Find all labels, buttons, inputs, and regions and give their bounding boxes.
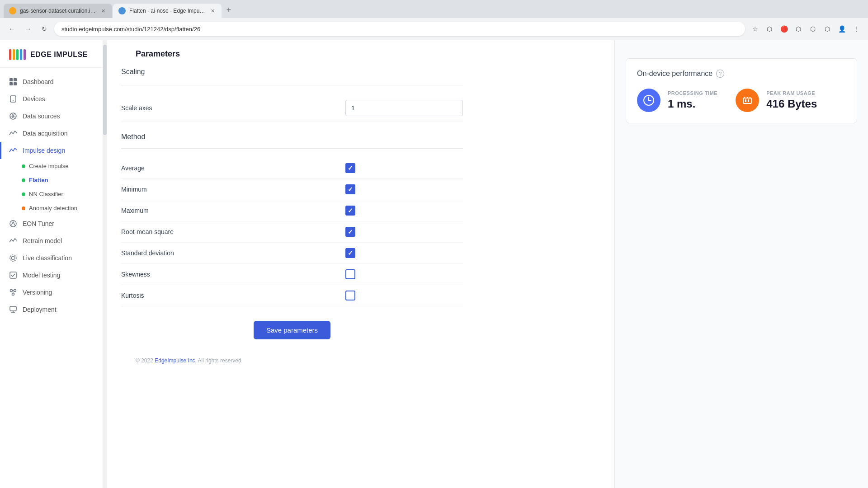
sidebar-item-retrain-model[interactable]: Retrain model xyxy=(0,232,103,249)
scaling-divider xyxy=(121,85,463,85)
method-divider xyxy=(121,148,463,149)
processing-time-info: PROCESSING TIME 1 ms. xyxy=(668,90,717,110)
tab-1[interactable]: gas-sensor-dataset-curation.ipy... ✕ xyxy=(4,4,112,18)
sidebar-item-devices[interactable]: Devices xyxy=(0,90,103,108)
skewness-checkbox-wrapper xyxy=(345,269,463,279)
sidebar-item-data-sources-label: Data sources xyxy=(23,113,60,120)
average-checkbox[interactable]: ✓ xyxy=(345,163,355,173)
sidebar-item-nn-classifier[interactable]: NN Classifier xyxy=(22,187,103,201)
logo-stripes xyxy=(9,49,26,60)
refresh-button[interactable]: ↻ xyxy=(38,23,51,35)
sidebar-sub-nav: Create impulse Flatten NN Classifier Ano… xyxy=(0,159,103,215)
extension-icon-2[interactable]: 🔴 xyxy=(778,23,790,35)
minimum-checkbox-wrapper: ✓ xyxy=(345,184,463,194)
stddev-checkbox-wrapper: ✓ xyxy=(345,248,463,258)
new-tab-button[interactable]: + xyxy=(222,4,235,16)
kurtosis-checkbox-wrapper xyxy=(345,291,463,300)
minimum-checkbox[interactable]: ✓ xyxy=(345,184,355,194)
forward-button[interactable]: → xyxy=(22,23,34,35)
main-content: Parameters Scaling Scale axes Method xyxy=(107,40,868,488)
rms-label: Root-mean square xyxy=(121,228,345,235)
kurtosis-checkbox[interactable] xyxy=(345,291,355,300)
checkbox-row-average: Average ✓ xyxy=(121,158,463,179)
extension-icon-4[interactable]: ⬡ xyxy=(807,23,819,35)
save-parameters-button[interactable]: Save parameters xyxy=(254,321,330,339)
back-button[interactable]: ← xyxy=(5,23,18,35)
maximum-checkmark: ✓ xyxy=(348,207,353,214)
sidebar: EDGE IMPULSE Dashboard Devices xyxy=(0,40,103,488)
sidebar-item-impulse-design-label: Impulse design xyxy=(23,147,65,154)
footer-company-link[interactable]: EdgeImpulse Inc. xyxy=(155,357,197,364)
perf-help-icon[interactable]: ? xyxy=(716,70,724,78)
svg-rect-25 xyxy=(748,99,749,102)
tab-1-title: gas-sensor-dataset-curation.ipy... xyxy=(20,8,96,14)
svg-point-11 xyxy=(11,256,15,260)
section-title: Parameters xyxy=(121,40,463,64)
perf-metrics: PROCESSING TIME 1 ms. xyxy=(637,89,846,112)
sidebar-item-data-sources[interactable]: Data sources xyxy=(0,108,103,125)
address-bar[interactable] xyxy=(54,22,745,36)
sidebar-item-model-testing-label: Model testing xyxy=(23,272,60,279)
svg-point-14 xyxy=(10,290,13,292)
app: EDGE IMPULSE Dashboard Devices xyxy=(0,40,868,488)
extension-icon-5[interactable]: ⬡ xyxy=(821,23,834,35)
processing-time-icon xyxy=(637,89,660,112)
tab-2-title: Flatten - ai-nose - Edge Impulse xyxy=(129,8,205,14)
tab-1-close[interactable]: ✕ xyxy=(99,7,107,14)
sidebar-item-dashboard-label: Dashboard xyxy=(23,78,54,85)
perf-card-title: On-device performance ? xyxy=(637,70,846,78)
footer-rights: All rights reserved xyxy=(198,357,241,364)
sidebar-item-create-impulse-label: Create impulse xyxy=(29,163,68,169)
skewness-checkbox[interactable] xyxy=(345,269,355,279)
sidebar-nav: Dashboard Devices Data sources xyxy=(0,68,103,488)
sidebar-item-versioning[interactable]: Versioning xyxy=(0,284,103,301)
data-sources-icon xyxy=(9,112,17,120)
versioning-icon xyxy=(9,288,17,296)
peak-ram-value: 416 Bytes xyxy=(766,98,817,110)
sidebar-item-flatten[interactable]: Flatten xyxy=(22,173,103,187)
sidebar-item-data-acquisition-label: Data acquisition xyxy=(23,130,68,137)
tab-2[interactable]: Flatten - ai-nose - Edge Impulse ✕ xyxy=(113,4,222,18)
stddev-checkmark: ✓ xyxy=(348,249,353,257)
checkbox-row-minimum: Minimum ✓ xyxy=(121,179,463,200)
sidebar-item-deployment[interactable]: Deployment xyxy=(0,301,103,318)
minimum-label: Minimum xyxy=(121,186,345,193)
browser-tabs: gas-sensor-dataset-curation.ipy... ✕ Fla… xyxy=(0,0,868,18)
browser-toolbar: ← → ↻ ☆ ⬡ 🔴 ⬡ ⬡ ⬡ 👤 ⋮ xyxy=(0,18,868,40)
right-panel: On-device performance ? PROCESSIN xyxy=(615,40,868,488)
logo-text: EDGE IMPULSE xyxy=(30,51,88,59)
bookmark-icon[interactable]: ☆ xyxy=(749,23,761,35)
perf-metric-processing: PROCESSING TIME 1 ms. xyxy=(637,89,717,112)
extension-icon-3[interactable]: ⬡ xyxy=(792,23,805,35)
sidebar-item-anomaly-detection[interactable]: Anomaly detection xyxy=(22,201,103,215)
sidebar-item-eon-tuner[interactable]: EON Tuner xyxy=(0,215,103,232)
svg-point-15 xyxy=(14,290,16,292)
method-title: Method xyxy=(121,133,463,141)
sidebar-item-live-classification-label: Live classification xyxy=(23,254,72,262)
tab-2-close[interactable]: ✕ xyxy=(209,7,216,14)
anomaly-detection-dot xyxy=(22,206,25,210)
sidebar-item-create-impulse[interactable]: Create impulse xyxy=(22,159,103,173)
performance-card: On-device performance ? PROCESSIN xyxy=(626,58,857,123)
scale-axes-input[interactable] xyxy=(345,100,463,116)
stddev-checkbox[interactable]: ✓ xyxy=(345,248,355,258)
maximum-label: Maximum xyxy=(121,207,345,214)
sidebar-scrollbar[interactable] xyxy=(103,40,107,488)
svg-point-5 xyxy=(13,100,14,101)
minimum-checkmark: ✓ xyxy=(348,186,353,193)
flatten-dot xyxy=(22,178,25,182)
processing-time-label: PROCESSING TIME xyxy=(668,90,717,96)
scale-axes-label: Scale axes xyxy=(121,104,345,112)
rms-checkbox[interactable]: ✓ xyxy=(345,227,355,237)
sidebar-item-dashboard[interactable]: Dashboard xyxy=(0,73,103,90)
menu-icon[interactable]: ⋮ xyxy=(850,23,863,35)
profile-icon[interactable]: 👤 xyxy=(835,23,848,35)
extension-icon-1[interactable]: ⬡ xyxy=(763,23,776,35)
sidebar-item-live-classification[interactable]: Live classification xyxy=(0,249,103,267)
sidebar-item-nn-classifier-label: NN Classifier xyxy=(29,191,63,197)
sidebar-item-model-testing[interactable]: Model testing xyxy=(0,267,103,284)
maximum-checkbox[interactable]: ✓ xyxy=(345,206,355,216)
svg-rect-3 xyxy=(14,82,17,85)
sidebar-item-data-acquisition[interactable]: Data acquisition xyxy=(0,125,103,142)
sidebar-item-impulse-design[interactable]: Impulse design xyxy=(0,142,103,159)
